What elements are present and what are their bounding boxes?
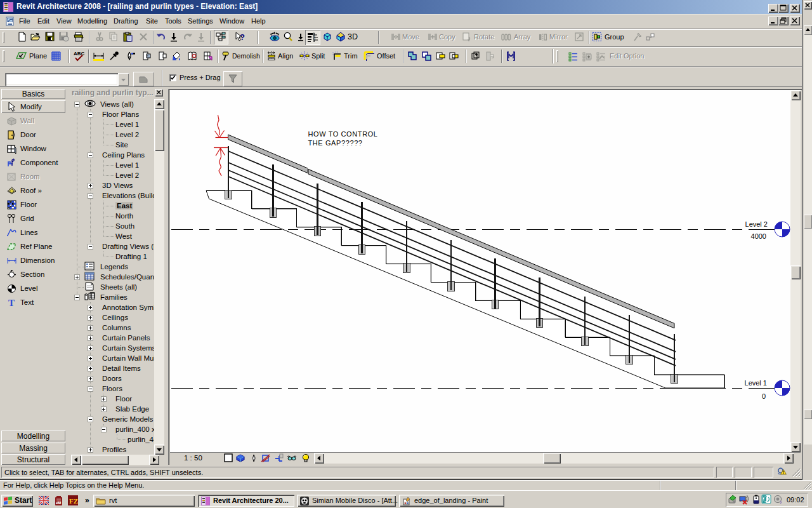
svg-text:eM: eM xyxy=(56,501,61,505)
svg-text:THE GAP?????: THE GAP????? xyxy=(308,139,363,147)
svg-text:Level 2: Level 2 xyxy=(745,220,768,228)
svg-text:T: T xyxy=(8,298,15,308)
svg-text:0: 0 xyxy=(762,392,766,400)
svg-text:Level 1: Level 1 xyxy=(745,379,767,387)
svg-text:HOW TO CONTROL: HOW TO CONTROL xyxy=(308,130,378,138)
svg-text:FZ: FZ xyxy=(69,497,78,505)
svg-text:4000: 4000 xyxy=(751,232,766,240)
svg-text:?: ? xyxy=(240,32,245,42)
